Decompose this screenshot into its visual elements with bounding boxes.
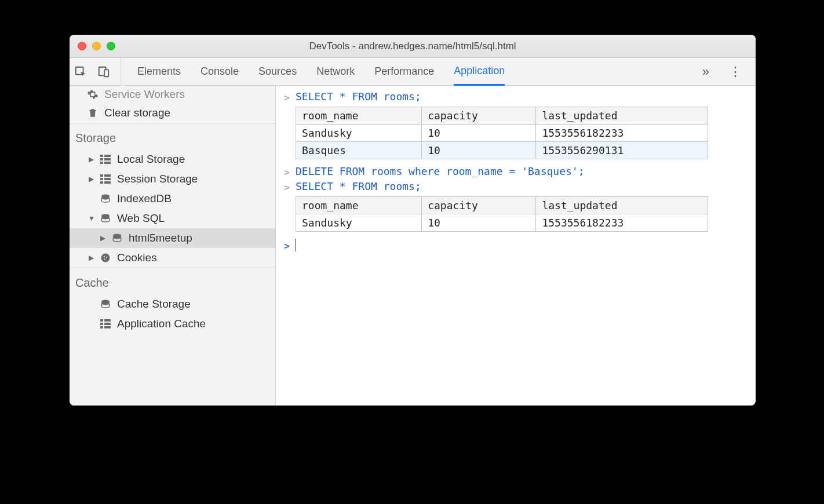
svg-rect-7: [100, 174, 111, 177]
svg-point-17: [104, 258, 105, 260]
websql-console[interactable]: > SELECT * FROM rooms; room_name capacit…: [276, 86, 756, 406]
cell: 1553556182233: [536, 125, 708, 142]
console-entry: > SELECT * FROM rooms;: [279, 179, 745, 194]
svg-rect-6: [103, 155, 104, 164]
titlebar: DevTools - andrew.hedges.name/html5/sql.…: [70, 35, 756, 58]
tabbar-icon-group: [74, 58, 121, 85]
column-header: capacity: [422, 197, 536, 214]
table-row[interactable]: Sandusky 10 1553556182233: [296, 214, 708, 232]
devtools-window: DevTools - andrew.hedges.name/html5/sql.…: [70, 35, 756, 406]
column-header: last_updated: [536, 197, 708, 214]
svg-point-14: [101, 254, 110, 262]
sidebar-item-websql[interactable]: ▼ Web SQL: [70, 209, 275, 228]
tab-elements[interactable]: Elements: [137, 58, 181, 85]
sidebar-item-session-storage[interactable]: ▶ Session Storage: [70, 169, 275, 189]
sidebar-group-storage: Storage: [70, 123, 275, 149]
sidebar-group-cache: Cache: [70, 268, 275, 294]
database-icon: [100, 193, 111, 204]
devtools-tabbar: Elements Console Sources Network Perform…: [70, 58, 756, 86]
sidebar-item-label: html5meetup: [129, 232, 192, 244]
table: room_name capacity last_updated Sandusky…: [296, 196, 708, 232]
gear-icon: [87, 89, 99, 100]
window-title: DevTools - andrew.hedges.name/html5/sql.…: [70, 41, 756, 52]
tab-network[interactable]: Network: [316, 58, 355, 85]
svg-rect-2: [104, 70, 108, 76]
database-icon: [111, 233, 123, 243]
sidebar-item-label: Service Workers: [104, 88, 185, 101]
cell: 10: [422, 125, 536, 142]
svg-rect-20: [100, 323, 111, 325]
devtools-tabs: Elements Console Sources Network Perform…: [121, 58, 692, 85]
application-sidebar: Service Workers Clear storage Storage ▶ …: [70, 86, 276, 406]
storage-grid-icon: [100, 155, 111, 164]
cell: Basques: [296, 142, 422, 159]
chevron-right-icon: ▶: [88, 155, 94, 163]
prompt-icon: >: [282, 165, 290, 178]
svg-point-16: [106, 257, 107, 258]
column-header: last_updated: [536, 107, 708, 125]
svg-point-15: [104, 256, 105, 257]
tab-console[interactable]: Console: [200, 58, 239, 85]
sidebar-item-cookies[interactable]: ▶ Cookies: [70, 248, 275, 268]
table-row[interactable]: Sandusky 10 1553556182233: [296, 125, 708, 142]
sidebar-item-local-storage[interactable]: ▶ Local Storage: [70, 149, 275, 169]
sidebar-item-clear-storage[interactable]: Clear storage: [70, 103, 275, 123]
sidebar-item-label: Local Storage: [117, 153, 185, 166]
prompt-icon: >: [282, 239, 290, 251]
column-header: capacity: [422, 107, 536, 125]
svg-rect-19: [100, 319, 111, 322]
storage-grid-icon: [100, 319, 111, 328]
devtools-menu-button[interactable]: ⋮: [720, 64, 751, 79]
svg-rect-3: [100, 155, 111, 157]
svg-rect-8: [100, 178, 111, 180]
inspect-element-icon[interactable]: [74, 65, 87, 78]
sidebar-item-application-cache[interactable]: Application Cache: [70, 314, 275, 334]
svg-rect-21: [100, 326, 111, 328]
console-entry: > SELECT * FROM rooms;: [279, 89, 745, 104]
cell: 1553556182233: [536, 214, 708, 232]
svg-rect-9: [100, 181, 111, 184]
device-toolbar-icon[interactable]: [97, 65, 110, 78]
sidebar-item-label: Cookies: [117, 251, 157, 264]
column-header: room_name: [296, 107, 422, 125]
storage-grid-icon: [100, 174, 111, 184]
sidebar-item-label: Clear storage: [104, 107, 170, 119]
cell: 10: [422, 214, 536, 232]
database-icon: [100, 299, 111, 309]
svg-rect-10: [103, 174, 104, 184]
cell: 10: [422, 142, 536, 159]
tab-sources[interactable]: Sources: [258, 58, 297, 85]
sql-statement: DELETE FROM rooms where room_name = 'Bas…: [296, 165, 585, 177]
sidebar-item-label: Session Storage: [117, 173, 198, 185]
console-input-line[interactable]: >: [279, 236, 745, 254]
sidebar-item-cache-storage[interactable]: Cache Storage: [70, 294, 275, 314]
content-area: Service Workers Clear storage Storage ▶ …: [70, 86, 756, 406]
table: room_name capacity last_updated Sandusky…: [296, 107, 708, 159]
svg-rect-5: [100, 162, 111, 164]
sidebar-item-label: Cache Storage: [117, 298, 191, 311]
cookie-icon: [100, 253, 111, 263]
sidebar-item-label: IndexedDB: [117, 192, 172, 205]
sql-statement: SELECT * FROM rooms;: [296, 90, 421, 103]
prompt-icon: >: [282, 180, 290, 193]
svg-rect-22: [103, 319, 104, 328]
cell: Sandusky: [296, 214, 422, 232]
result-table-1: room_name capacity last_updated Sandusky…: [296, 107, 745, 159]
svg-rect-4: [100, 158, 111, 160]
sidebar-item-service-workers[interactable]: Service Workers: [70, 86, 275, 103]
sidebar-item-websql-db[interactable]: ▶ html5meetup: [70, 228, 275, 248]
table-row[interactable]: Basques 10 1553556290131: [296, 142, 708, 159]
sidebar-item-indexeddb[interactable]: IndexedDB: [70, 189, 275, 209]
chevron-down-icon: ▼: [88, 214, 94, 222]
prompt-icon: >: [282, 90, 290, 103]
result-table-2: room_name capacity last_updated Sandusky…: [296, 196, 745, 232]
sidebar-item-label: Application Cache: [117, 317, 206, 330]
column-header: room_name: [296, 197, 422, 214]
database-icon: [100, 213, 111, 224]
tab-performance[interactable]: Performance: [374, 58, 434, 85]
chevron-right-icon: ▶: [100, 234, 105, 242]
trash-icon: [87, 107, 99, 119]
sidebar-item-label: Web SQL: [117, 212, 165, 225]
tab-application[interactable]: Application: [454, 59, 505, 86]
tabs-overflow-button[interactable]: »: [692, 64, 720, 79]
